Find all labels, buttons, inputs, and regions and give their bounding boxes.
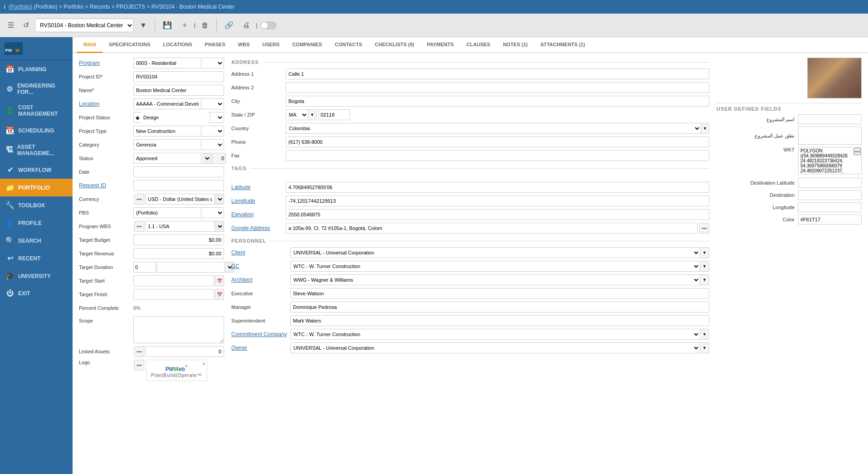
client-arrow-button[interactable]: ▼ bbox=[700, 247, 709, 258]
category-input[interactable] bbox=[133, 139, 201, 150]
google-address-dots-button[interactable]: ••• bbox=[699, 223, 709, 234]
tab-clauses[interactable]: CLAUSES bbox=[460, 37, 497, 53]
status-select[interactable] bbox=[202, 153, 211, 164]
tab-contacts[interactable]: CONTACTS bbox=[328, 37, 368, 53]
project-status-select[interactable] bbox=[210, 112, 224, 123]
pbs-select[interactable] bbox=[201, 207, 224, 218]
add-button[interactable]: ＋ bbox=[178, 18, 191, 32]
tab-wbs[interactable]: WBS bbox=[232, 37, 256, 53]
tab-locations[interactable]: LOCATIONS bbox=[157, 37, 199, 53]
sidebar-item-search[interactable]: 🔍 SEARCH bbox=[0, 232, 73, 249]
save-button[interactable]: 💾 bbox=[160, 19, 175, 32]
commitment-company-link[interactable]: Commitment Company bbox=[231, 331, 287, 337]
category-select[interactable] bbox=[201, 139, 224, 150]
sidebar-item-university[interactable]: 🎓 UNIVERSITY bbox=[0, 267, 73, 285]
dest-lat-input[interactable] bbox=[798, 178, 862, 188]
name-input[interactable] bbox=[133, 85, 224, 96]
tab-notes[interactable]: NOTES (1) bbox=[497, 37, 534, 53]
sidebar-item-scheduling[interactable]: 📆 SCHEDULING bbox=[0, 122, 73, 139]
state-arrow-button[interactable]: ▼ bbox=[308, 109, 317, 120]
project-type-select[interactable] bbox=[201, 126, 224, 137]
scope-textarea[interactable] bbox=[133, 316, 224, 343]
program-select[interactable] bbox=[201, 58, 224, 68]
google-address-input[interactable] bbox=[286, 223, 697, 234]
owner-link[interactable]: Owner bbox=[231, 345, 247, 351]
owner-select[interactable]: UNIVERSAL - Universal Corporation bbox=[290, 342, 700, 353]
gc-arrow-button[interactable]: ▼ bbox=[700, 261, 709, 272]
udf-field2-textarea[interactable] bbox=[798, 127, 862, 145]
location-select[interactable] bbox=[201, 98, 224, 109]
currency-dots-button[interactable]: ••• bbox=[134, 194, 144, 205]
city-input[interactable] bbox=[286, 96, 709, 107]
dropdown-arrow-button[interactable]: ▼ bbox=[137, 19, 150, 32]
date-input[interactable] bbox=[133, 166, 224, 177]
udf-field1-input[interactable] bbox=[798, 114, 862, 124]
status-input[interactable] bbox=[133, 153, 201, 164]
sidebar-item-toolbox[interactable]: 🔧 TOOLBOX bbox=[0, 196, 73, 214]
linked-assets-dots-button[interactable]: ••• bbox=[134, 346, 144, 357]
target-start-input[interactable] bbox=[133, 275, 214, 286]
project-id-input[interactable] bbox=[133, 71, 224, 82]
phone-input[interactable] bbox=[286, 137, 709, 147]
sidebar-item-asset[interactable]: 🏗 ASSET MANAGEME... bbox=[0, 139, 73, 161]
longitude-link[interactable]: Longitude bbox=[231, 198, 255, 204]
address1-input[interactable] bbox=[286, 68, 709, 79]
address2-input[interactable] bbox=[286, 82, 709, 93]
location-input[interactable] bbox=[133, 98, 201, 109]
request-id-input[interactable] bbox=[133, 180, 224, 191]
target-budget-input[interactable] bbox=[133, 235, 224, 245]
client-select[interactable]: UNIVERSAL - Universal Corporation bbox=[290, 247, 700, 258]
logo-dots-button[interactable]: ••• bbox=[134, 360, 144, 371]
sidebar-item-engineering[interactable]: ⚙ ENGINEERING FOR... bbox=[0, 78, 73, 100]
print-button[interactable]: 🖨 bbox=[239, 19, 253, 32]
toggle-switch[interactable] bbox=[260, 21, 277, 29]
udf-longitude-input[interactable] bbox=[798, 202, 862, 212]
superintendent-input[interactable] bbox=[290, 315, 709, 326]
target-revenue-input[interactable] bbox=[133, 248, 224, 259]
tab-users[interactable]: USERS bbox=[256, 37, 286, 53]
undo-button[interactable]: ↺ bbox=[20, 19, 32, 32]
gc-link[interactable]: GC bbox=[231, 263, 239, 269]
latitude-input[interactable] bbox=[286, 182, 709, 193]
client-link[interactable]: Client bbox=[231, 249, 245, 256]
wkt-dots-button[interactable]: ••• bbox=[853, 148, 861, 155]
sidebar-item-recent[interactable]: ↩ RECENT bbox=[0, 249, 73, 267]
menu-icon-button[interactable]: ☰ bbox=[5, 19, 17, 32]
sidebar-item-portfolio[interactable]: 📁 PORTFOLIO bbox=[0, 179, 73, 196]
elevation-link[interactable]: Elevation bbox=[231, 211, 254, 218]
pbs-input[interactable] bbox=[133, 207, 201, 218]
logo-close-button[interactable]: ✕ bbox=[202, 361, 206, 367]
currency-select[interactable] bbox=[215, 194, 224, 205]
state-select[interactable]: MA bbox=[286, 109, 308, 120]
color-input[interactable] bbox=[798, 215, 862, 225]
architect-select[interactable]: WWG - Wagner & Williams bbox=[290, 274, 700, 285]
program-input[interactable] bbox=[133, 58, 201, 68]
program-wbs-select[interactable] bbox=[215, 221, 224, 232]
architect-arrow-button[interactable]: ▼ bbox=[700, 274, 709, 285]
latitude-link[interactable]: Latitude bbox=[231, 184, 251, 191]
destination-input[interactable] bbox=[798, 190, 862, 200]
zip-input[interactable] bbox=[318, 109, 350, 120]
delete-button[interactable]: 🗑 bbox=[198, 19, 212, 32]
tab-specifications[interactable]: SPECIFICATIONS bbox=[102, 37, 156, 53]
program-link[interactable]: Program bbox=[79, 60, 100, 66]
program-wbs-input[interactable] bbox=[145, 221, 215, 232]
target-duration-unit[interactable] bbox=[157, 262, 225, 273]
google-address-link[interactable]: Google Address bbox=[231, 225, 270, 231]
tab-attachments[interactable]: ATTACHMENTS (1) bbox=[534, 37, 592, 53]
location-link[interactable]: Location bbox=[79, 101, 99, 107]
tab-checklists[interactable]: CHECKLISTS (9) bbox=[369, 37, 421, 53]
target-finish-calendar-button[interactable]: 📅 bbox=[215, 289, 224, 300]
sidebar-item-cost[interactable]: 💲 COST MANAGEMENT bbox=[0, 100, 73, 122]
program-wbs-dots-button[interactable]: ••• bbox=[134, 221, 144, 232]
project-status-input[interactable] bbox=[141, 112, 208, 123]
country-select[interactable]: Colombia bbox=[286, 123, 701, 134]
manager-input[interactable] bbox=[290, 302, 709, 313]
link-button[interactable]: 🔗 bbox=[221, 19, 237, 32]
commitment-company-select[interactable]: WTC - W. Turner Construction bbox=[290, 329, 700, 340]
status-num-input[interactable] bbox=[212, 153, 226, 164]
tab-payments[interactable]: PAYMENTS bbox=[420, 37, 460, 53]
sidebar-item-exit[interactable]: ⏻ EXIT bbox=[0, 285, 73, 302]
request-id-link[interactable]: Request ID bbox=[79, 182, 106, 189]
tab-phases[interactable]: PHASES bbox=[199, 37, 232, 53]
